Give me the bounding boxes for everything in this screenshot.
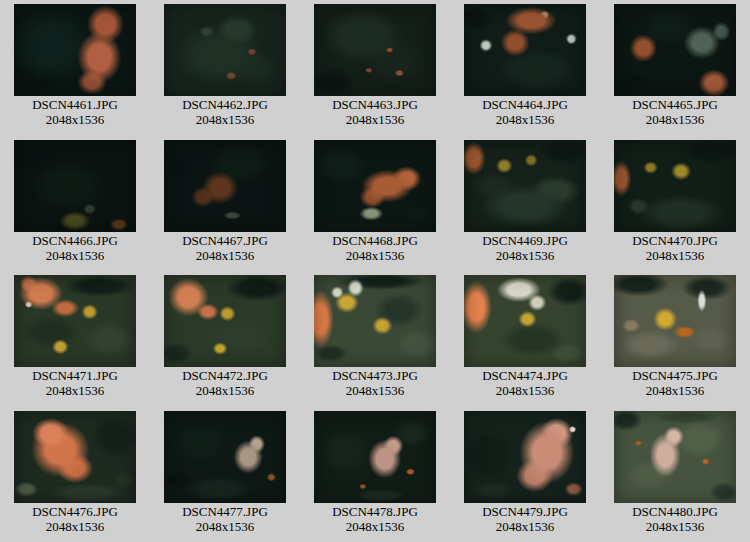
thumbnail-image[interactable] [314,140,436,232]
image-dimensions: 2048x1536 [646,383,705,398]
thumbnail-image[interactable] [614,4,736,96]
image-filename: DSCN4471.JPG [32,368,118,383]
gallery-item: DSCN4475.JPG 2048x1536 [600,271,750,407]
image-filename: DSCN4472.JPG [182,368,268,383]
gallery-item: DSCN4468.JPG 2048x1536 [300,136,450,272]
image-dimensions: 2048x1536 [346,112,405,127]
gallery-item: DSCN4467.JPG 2048x1536 [150,136,300,272]
image-filename: DSCN4473.JPG [332,368,418,383]
thumbnail-image[interactable] [164,411,286,503]
thumbnail-image[interactable] [164,140,286,232]
thumbnail-image[interactable] [614,411,736,503]
gallery-item: DSCN4474.JPG 2048x1536 [450,271,600,407]
image-dimensions: 2048x1536 [46,248,105,263]
image-dimensions: 2048x1536 [346,519,405,534]
image-filename: DSCN4477.JPG [182,504,268,519]
thumbnail-image[interactable] [14,275,136,367]
image-filename: DSCN4478.JPG [332,504,418,519]
image-filename: DSCN4474.JPG [482,368,568,383]
image-filename: DSCN4480.JPG [632,504,718,519]
gallery-item: DSCN4462.JPG 2048x1536 [150,0,300,136]
image-dimensions: 2048x1536 [46,112,105,127]
image-dimensions: 2048x1536 [496,383,555,398]
image-dimensions: 2048x1536 [196,519,255,534]
gallery-item: DSCN4470.JPG 2048x1536 [600,136,750,272]
image-filename: DSCN4479.JPG [482,504,568,519]
gallery-item: DSCN4476.JPG 2048x1536 [0,407,150,542]
image-dimensions: 2048x1536 [646,248,705,263]
image-filename: DSCN4476.JPG [32,504,118,519]
image-dimensions: 2048x1536 [46,383,105,398]
gallery-item: DSCN4478.JPG 2048x1536 [300,407,450,542]
thumbnail-image[interactable] [614,275,736,367]
image-contact-sheet: DSCN4461.JPG 2048x1536 DSCN4462.JPG 2048… [0,0,750,542]
image-filename: DSCN4467.JPG [182,233,268,248]
thumbnail-image[interactable] [464,4,586,96]
image-dimensions: 2048x1536 [496,519,555,534]
thumbnail-image[interactable] [164,275,286,367]
image-dimensions: 2048x1536 [496,112,555,127]
thumbnail-image[interactable] [14,4,136,96]
image-dimensions: 2048x1536 [196,248,255,263]
image-dimensions: 2048x1536 [646,519,705,534]
thumbnail-image[interactable] [164,4,286,96]
image-dimensions: 2048x1536 [646,112,705,127]
gallery-item: DSCN4472.JPG 2048x1536 [150,271,300,407]
image-dimensions: 2048x1536 [196,112,255,127]
image-filename: DSCN4466.JPG [32,233,118,248]
image-filename: DSCN4470.JPG [632,233,718,248]
gallery-item: DSCN4469.JPG 2048x1536 [450,136,600,272]
gallery-item: DSCN4471.JPG 2048x1536 [0,271,150,407]
thumbnail-image[interactable] [314,411,436,503]
image-dimensions: 2048x1536 [346,248,405,263]
image-dimensions: 2048x1536 [196,383,255,398]
thumbnail-image[interactable] [314,4,436,96]
image-filename: DSCN4464.JPG [482,97,568,112]
image-dimensions: 2048x1536 [46,519,105,534]
image-filename: DSCN4462.JPG [182,97,268,112]
thumbnail-image[interactable] [314,275,436,367]
gallery-item: DSCN4464.JPG 2048x1536 [450,0,600,136]
image-filename: DSCN4475.JPG [632,368,718,383]
thumbnail-image[interactable] [14,411,136,503]
image-filename: DSCN4465.JPG [632,97,718,112]
gallery-item: DSCN4480.JPG 2048x1536 [600,407,750,542]
gallery-item: DSCN4463.JPG 2048x1536 [300,0,450,136]
thumbnail-image[interactable] [464,275,586,367]
thumbnail-image[interactable] [464,140,586,232]
image-filename: DSCN4468.JPG [332,233,418,248]
gallery-item: DSCN4461.JPG 2048x1536 [0,0,150,136]
image-filename: DSCN4463.JPG [332,97,418,112]
thumbnail-image[interactable] [614,140,736,232]
gallery-item: DSCN4466.JPG 2048x1536 [0,136,150,272]
gallery-item: DSCN4473.JPG 2048x1536 [300,271,450,407]
image-filename: DSCN4469.JPG [482,233,568,248]
image-filename: DSCN4461.JPG [32,97,118,112]
gallery-item: DSCN4479.JPG 2048x1536 [450,407,600,542]
gallery-item: DSCN4465.JPG 2048x1536 [600,0,750,136]
thumbnail-image[interactable] [14,140,136,232]
gallery-item: DSCN4477.JPG 2048x1536 [150,407,300,542]
image-dimensions: 2048x1536 [346,383,405,398]
thumbnail-image[interactable] [464,411,586,503]
image-dimensions: 2048x1536 [496,248,555,263]
